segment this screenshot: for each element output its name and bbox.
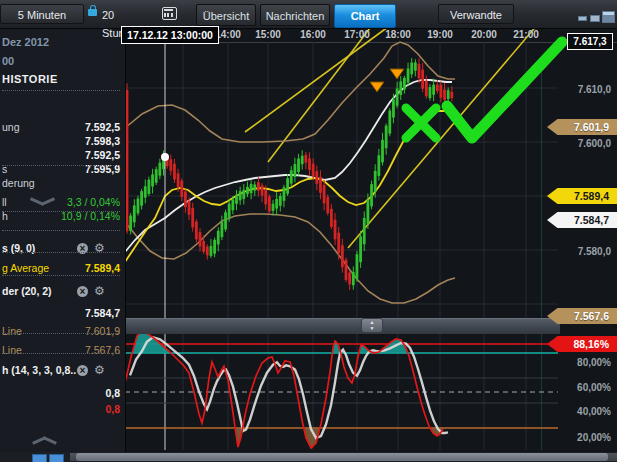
sidebar-separator — [2, 353, 120, 354]
sidebar-row-label: der (20, 2) — [2, 285, 52, 298]
crosshair-time-box: 17.12.12 13:00:00 — [121, 26, 219, 44]
sidebar-separator — [2, 165, 120, 166]
sidebar-row: 7.592,5 — [0, 149, 125, 162]
panel-splitter[interactable] — [125, 318, 560, 334]
axis-label: 40,00% — [541, 406, 611, 417]
indicator-settings-icon[interactable]: ⚙ — [94, 285, 105, 297]
sidebar-separator — [2, 275, 120, 276]
sidebar-row-label: g Average — [2, 262, 49, 275]
scrollbar-thumb[interactable] — [76, 453, 608, 461]
window-layout-icon[interactable] — [602, 11, 615, 23]
time-axis-label: 18:00 — [385, 28, 411, 41]
remove-indicator-icon[interactable]: × — [77, 365, 88, 376]
sidebar-row: 0,8 — [0, 387, 125, 400]
sidebar-row-label: ll — [2, 196, 7, 209]
sidebar-row-value: 7.584,7 — [85, 307, 120, 320]
sidebar-separator — [2, 90, 120, 91]
time-axis-label: 14:00 — [215, 28, 241, 41]
sidebar-row-value: 0,8 — [105, 387, 120, 400]
timeframe-button[interactable]: 5 Minuten — [0, 4, 84, 24]
sidebar-date: Dez 2012 — [2, 36, 49, 49]
sidebar-time: 00 — [2, 55, 14, 68]
time-axis-label: 21:00 — [513, 28, 539, 41]
sidebar-row-value: 7.592,5 — [85, 149, 120, 162]
scroll-page-button-1[interactable] — [32, 454, 47, 462]
sidebar-row: 7.584,7 — [0, 307, 125, 320]
splitter-handle[interactable]: ▲ ▼ — [361, 318, 383, 333]
sidebar-row-label: h (14, 3, 3, 0,8.. — [2, 364, 76, 377]
horizontal-scrollbar[interactable] — [0, 452, 617, 462]
sidebar-row: 7.598,3 — [0, 135, 125, 148]
sidebar-section-title: HISTORIE — [2, 73, 58, 86]
sidebar-row: ung7.592,5 — [0, 121, 125, 134]
sidebar-row: 0,8 — [0, 403, 125, 416]
axis-label: 7.580,0 — [541, 246, 611, 257]
sidebar-row: Line7.567,6 — [0, 344, 125, 357]
sidebar-separator — [2, 211, 120, 212]
sidebar-row-value: 7.601,9 — [85, 325, 120, 338]
axis-label: 7.610,0 — [541, 84, 611, 95]
calendar-icon[interactable] — [162, 7, 177, 20]
sidebar-row-label: Line — [2, 344, 22, 357]
axis-label: 80,00% — [541, 357, 611, 368]
sidebar-row: derung — [0, 177, 125, 190]
sidebar-row-value: 7.592,5 — [85, 121, 120, 134]
restore-window-icon[interactable] — [590, 15, 600, 22]
minimized-window-icon[interactable] — [578, 16, 587, 21]
time-axis-label: 17:00 — [344, 28, 370, 41]
sidebar-row-value: 3,3 / 0,04% — [67, 196, 120, 209]
sidebar-row: der (20, 2)×⚙ — [0, 285, 125, 298]
axis-label: 7.600,0 — [541, 138, 611, 149]
range-button[interactable]: 20 Stunden — [102, 6, 154, 24]
collapse-up-icon[interactable] — [30, 197, 54, 206]
sidebar-row-value: 7.598,3 — [85, 135, 120, 148]
toolbar: 5 Minuten 20 Stunden ÜbersichtNachrichte… — [0, 0, 617, 29]
sidebar-row-label: s (9, 0) — [2, 242, 35, 255]
lock-icon[interactable] — [88, 9, 97, 16]
tab-nachrichten[interactable]: Nachrichten — [260, 4, 330, 26]
trading-app-window: 5 Minuten 20 Stunden ÜbersichtNachrichte… — [0, 0, 617, 462]
sidebar-row-label: Line — [2, 325, 22, 338]
price-badge-tan: 7.567,6 — [547, 308, 617, 324]
sidebar-row: s (9, 0)×⚙ — [0, 242, 125, 255]
sidebar-row-value: 7.567,6 — [85, 344, 120, 357]
sidebar-separator — [2, 252, 120, 253]
scroll-page-button-2[interactable] — [49, 454, 64, 462]
sidebar-separator — [2, 230, 120, 231]
remove-indicator-icon[interactable]: × — [77, 286, 88, 297]
related-button[interactable]: Verwandte — [438, 4, 514, 24]
indicator-settings-icon[interactable]: ⚙ — [94, 364, 105, 376]
time-axis-label: 16:00 — [300, 28, 326, 41]
price-badge-yellow: 7.589,4 — [547, 188, 617, 204]
time-axis-label: 20:00 — [471, 28, 497, 41]
session-high-box: 7.617,3 — [567, 33, 613, 50]
sidebar-separator — [2, 333, 120, 334]
price-badge-tan: 7.601,9 — [547, 119, 617, 135]
sidebar-row: ll3,3 / 0,04% — [0, 196, 125, 209]
time-axis-label: 15:00 — [255, 28, 281, 41]
collapse-down-icon[interactable] — [32, 436, 56, 445]
time-axis-label: 19:00 — [427, 28, 453, 41]
price-badge-white: 7.584,7 — [547, 212, 617, 228]
sidebar: Dez 2012 00 HISTORIE ung7.592,57.598,37.… — [0, 28, 126, 452]
sidebar-row-value: 7.589,4 — [85, 262, 120, 275]
price-badge-red: 88,16% — [547, 336, 617, 352]
sidebar-row-label: ung — [2, 121, 20, 134]
axis-label: 60,00% — [541, 382, 611, 393]
sidebar-row: h (14, 3, 3, 0,8..×⚙ — [0, 364, 125, 377]
sidebar-row: Line7.601,9 — [0, 325, 125, 338]
tab-bersicht[interactable]: Übersicht — [196, 4, 256, 26]
split-down-icon: ▼ — [362, 325, 382, 331]
sidebar-row-value: 0,8 — [105, 403, 120, 416]
sidebar-row-label: derung — [2, 177, 35, 190]
axis-label: 20,00% — [541, 432, 611, 443]
sidebar-row: g Average7.589,4 — [0, 262, 125, 275]
tab-chart[interactable]: Chart — [334, 4, 396, 28]
